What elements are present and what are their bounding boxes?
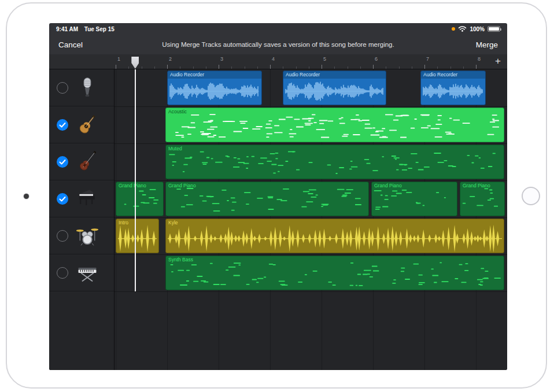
track-header-column	[49, 69, 115, 370]
track-row-divider	[115, 291, 507, 292]
status-date: Tue Sep 15	[84, 26, 115, 32]
region-label: Grand Piano	[168, 183, 196, 188]
ruler-tick	[154, 66, 155, 69]
measure-number: 6	[375, 56, 378, 62]
ruler-tick	[193, 66, 194, 69]
track-header-keyboard[interactable]	[49, 254, 114, 291]
timeline-ruler[interactable]: + 12345678	[49, 54, 507, 69]
keyboard-icon	[75, 260, 100, 286]
ruler-tick	[437, 66, 438, 69]
region-label: Intro	[119, 220, 128, 225]
battery-icon	[487, 26, 500, 32]
microphone-icon	[75, 75, 100, 101]
ruler-tick	[334, 66, 335, 69]
home-button[interactable]	[522, 187, 540, 205]
microphone-in-use-icon	[452, 27, 455, 31]
region-synth-bass[interactable]: Synth Bass	[165, 256, 504, 290]
ruler-tick	[245, 66, 245, 69]
track-select-checkbox[interactable]	[57, 193, 68, 205]
measure-number: 3	[220, 56, 223, 62]
region-label: Grand Piano	[119, 183, 146, 188]
ruler-tick	[270, 65, 271, 69]
region-label: Kyle	[168, 220, 178, 225]
ipad-frame: 9:41 AM Tue Sep 15 100% Cancel Using Mer…	[6, 2, 547, 389]
track-select-checkbox[interactable]	[57, 267, 68, 279]
measure-number: 2	[169, 56, 172, 62]
track-select-checkbox[interactable]	[57, 119, 68, 131]
region-grand-piano[interactable]: Grand Piano	[116, 182, 164, 216]
track-row-divider	[115, 143, 507, 144]
ruler-tick	[257, 66, 258, 69]
track-header-grand-piano[interactable]	[49, 180, 114, 217]
ruler-tick	[476, 65, 477, 69]
track-header-microphone[interactable]	[49, 69, 114, 106]
ruler-tick	[283, 66, 283, 69]
region-label: Audio Recorder	[423, 72, 457, 77]
region-acoustic[interactable]: Acoustic	[165, 108, 504, 142]
region-grand-piano[interactable]: Grand Piano	[460, 182, 505, 216]
track-select-checkbox[interactable]	[57, 156, 68, 168]
measure-number: 1	[117, 56, 120, 62]
midi-notes-graphic	[166, 182, 368, 216]
ruler-tick	[231, 66, 232, 69]
ruler-tick	[399, 66, 400, 69]
status-time: 9:41 AM Tue Sep 15	[56, 26, 119, 32]
ruler-tick	[450, 66, 451, 69]
region-audio-recorder[interactable]: Audio Recorder	[283, 71, 386, 105]
region-label: Grand Piano	[463, 183, 490, 188]
status-bar: 9:41 AM Tue Sep 15 100%	[49, 23, 507, 35]
front-camera-icon	[24, 194, 29, 199]
ruler-tick	[180, 66, 180, 69]
ruler-tick	[386, 66, 386, 69]
track-select-checkbox[interactable]	[57, 230, 68, 242]
ruler-tick	[309, 66, 309, 69]
track-header-drums[interactable]	[49, 217, 114, 254]
ruler-tick	[167, 65, 168, 69]
region-grand-piano[interactable]: Grand Piano	[165, 182, 369, 216]
region-kyle[interactable]: Kyle	[165, 219, 504, 253]
region-intro[interactable]: Intro	[116, 219, 159, 253]
cancel-button[interactable]: Cancel	[58, 40, 83, 49]
bass-guitar-icon	[75, 149, 100, 175]
playhead[interactable]	[135, 69, 136, 291]
add-track-button[interactable]: +	[493, 56, 503, 67]
measure-number: 5	[323, 56, 326, 62]
track-row-divider	[115, 217, 507, 218]
region-muted[interactable]: Muted	[165, 145, 504, 179]
track-select-checkbox[interactable]	[57, 82, 68, 94]
region-audio-recorder[interactable]: Audio Recorder	[167, 71, 262, 105]
grand-piano-icon	[75, 186, 100, 212]
region-audio-recorder[interactable]: Audio Recorder	[420, 71, 486, 105]
region-label: Synth Bass	[168, 257, 193, 262]
measure-number: 8	[478, 56, 481, 62]
drums-icon	[75, 223, 100, 249]
ruler-tick	[116, 65, 116, 69]
ruler-tick	[348, 66, 348, 69]
status-icons: 100%	[452, 25, 500, 33]
ruler-tick	[219, 65, 219, 69]
acoustic-guitar-icon	[75, 112, 100, 138]
ruler-tick	[128, 66, 129, 69]
track-lanes: Audio RecorderAudio RecorderAudio Record…	[115, 69, 507, 370]
ruler-tick	[322, 65, 322, 69]
region-grand-piano[interactable]: Grand Piano	[371, 182, 457, 216]
merge-button[interactable]: Merge	[476, 40, 498, 49]
track-row-divider	[115, 254, 507, 255]
track-header-acoustic-guitar[interactable]	[49, 106, 114, 143]
ruler-tick	[412, 66, 412, 69]
track-row-divider	[115, 180, 507, 181]
ruler-tick	[206, 66, 206, 69]
midi-notes-graphic	[166, 145, 504, 179]
ruler-tick	[360, 66, 361, 69]
measure-number: 7	[426, 56, 429, 62]
midi-notes-graphic	[166, 256, 504, 290]
region-label: Audio Recorder	[170, 72, 204, 77]
region-label: Acoustic	[168, 109, 187, 114]
track-header-bass-guitar[interactable]	[49, 143, 114, 180]
midi-notes-graphic	[166, 108, 504, 142]
track-row-divider	[115, 106, 507, 107]
tracks-view: + 12345678 Audio RecorderAudio RecorderA…	[49, 54, 507, 370]
ruler-tick	[463, 66, 464, 69]
region-label: Muted	[168, 146, 182, 151]
ruler-tick	[296, 66, 297, 69]
